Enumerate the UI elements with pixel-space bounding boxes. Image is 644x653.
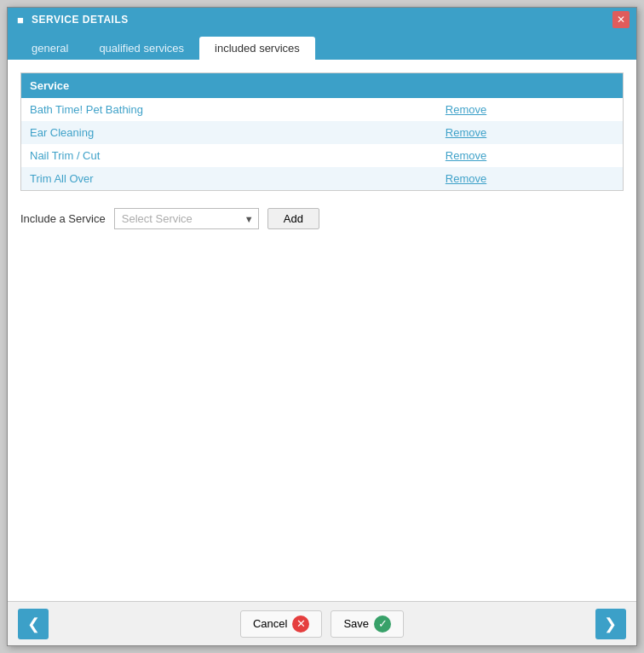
- service-cell: Ear Cleaning: [21, 121, 437, 144]
- close-button[interactable]: ✕: [612, 11, 630, 28]
- service-cell: Nail Trim / Cut: [21, 144, 437, 167]
- action-cell: Remove: [437, 144, 623, 167]
- save-button[interactable]: Save ✓: [331, 610, 404, 638]
- include-service-row: Include a Service Select Service ▼ Add: [20, 208, 624, 229]
- tab-included-services[interactable]: included services: [199, 37, 315, 60]
- prev-button[interactable]: ❮: [18, 609, 49, 639]
- col-header-action: [437, 73, 623, 98]
- dialog-window: ■ SERVICE DETAILS ✕ general qualified se…: [7, 7, 637, 646]
- action-cell: Remove: [437, 167, 623, 190]
- service-cell: Bath Time! Pet Bathing: [21, 98, 437, 121]
- service-name: Bath Time! Pet Bathing: [30, 103, 143, 116]
- save-label: Save: [343, 617, 369, 630]
- action-cell: Remove: [437, 98, 623, 121]
- col-header-service: Service: [21, 73, 437, 98]
- service-select-wrapper: Select Service ▼: [114, 208, 259, 229]
- include-service-label: Include a Service: [20, 212, 106, 225]
- save-icon: ✓: [374, 615, 391, 633]
- service-cell: Trim All Over: [21, 167, 437, 190]
- action-cell: Remove: [437, 121, 623, 144]
- cancel-label: Cancel: [253, 617, 287, 630]
- window-title: SERVICE DETAILS: [32, 14, 129, 26]
- remove-button[interactable]: Remove: [446, 103, 486, 116]
- add-button[interactable]: Add: [267, 208, 319, 229]
- services-table: Service Bath Time! Pet BathingRemoveEar …: [21, 73, 623, 190]
- tab-qualified-services[interactable]: qualified services: [83, 37, 199, 60]
- cancel-button[interactable]: Cancel ✕: [240, 610, 322, 638]
- table-row: Bath Time! Pet BathingRemove: [21, 98, 623, 121]
- remove-button[interactable]: Remove: [446, 149, 486, 162]
- tab-general[interactable]: general: [16, 37, 83, 60]
- table-row: Ear CleaningRemove: [21, 121, 623, 144]
- service-name: Trim All Over: [30, 172, 94, 185]
- services-table-wrapper: Service Bath Time! Pet BathingRemoveEar …: [20, 72, 624, 191]
- service-select[interactable]: Select Service: [114, 208, 259, 229]
- remove-button[interactable]: Remove: [446, 172, 486, 185]
- table-row: Nail Trim / CutRemove: [21, 144, 623, 167]
- window-icon: ■: [14, 14, 26, 26]
- next-button[interactable]: ❯: [595, 609, 626, 639]
- footer-actions: Cancel ✕ Save ✓: [240, 610, 404, 638]
- table-row: Trim All OverRemove: [21, 167, 623, 190]
- service-name: Ear Cleaning: [30, 126, 94, 139]
- footer: ❮ Cancel ✕ Save ✓ ❯: [8, 601, 636, 645]
- cancel-icon: ✕: [292, 615, 309, 633]
- service-name: Nail Trim / Cut: [30, 149, 100, 162]
- remove-button[interactable]: Remove: [446, 126, 486, 139]
- tab-bar: general qualified services included serv…: [8, 32, 636, 60]
- tab-content: Service Bath Time! Pet BathingRemoveEar …: [8, 60, 636, 601]
- title-bar: ■ SERVICE DETAILS ✕: [8, 8, 636, 32]
